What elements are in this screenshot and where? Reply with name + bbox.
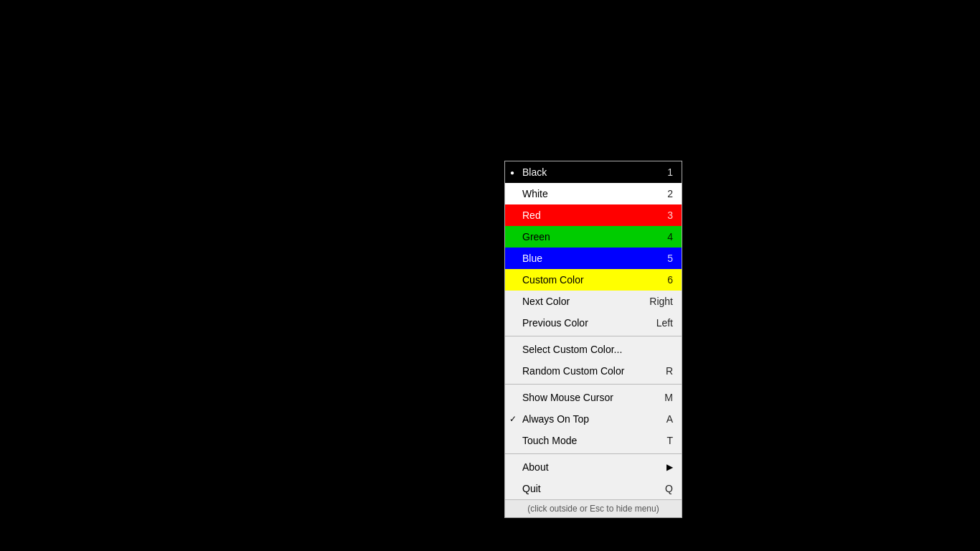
menu-item-label: Random Custom Color [522, 365, 660, 377]
menu-item-blue[interactable]: Blue 5 [505, 248, 682, 269]
menu-item-shortcut: T [666, 435, 673, 446]
menu-item-label: Touch Mode [522, 435, 661, 446]
menu-item-shortcut: 1 [667, 166, 673, 178]
menu-item-white[interactable]: White 2 [505, 183, 682, 204]
menu-item-shortcut: 5 [667, 253, 673, 264]
menu-item-shortcut: A [666, 413, 673, 425]
menu-item-label: Always On Top [522, 413, 661, 425]
footer-text: (click outside or Esc to hide menu) [527, 504, 659, 514]
menu-item-shortcut: 2 [667, 188, 673, 199]
check-icon: ✓ [509, 414, 517, 424]
menu-item-label: Next Color [522, 296, 644, 307]
menu-item-shortcut: R [666, 365, 673, 377]
menu-item-touch-mode[interactable]: Touch Mode T [505, 430, 682, 451]
menu-item-select-custom-color[interactable]: Select Custom Color... [505, 339, 682, 360]
submenu-arrow-icon: ▶ [666, 462, 673, 472]
menu-item-label: Custom Color [522, 274, 661, 286]
menu-item-custom-color[interactable]: Custom Color 6 [505, 269, 682, 291]
menu-item-label: Show Mouse Cursor [522, 392, 659, 403]
menu-item-shortcut: 3 [667, 209, 673, 221]
menu-item-shortcut: 4 [667, 231, 673, 242]
menu-item-green[interactable]: Green 4 [505, 226, 682, 248]
menu-item-black[interactable]: ● Black 1 [505, 161, 682, 183]
menu-item-random-custom-color[interactable]: Random Custom Color R [505, 360, 682, 382]
menu-item-previous-color[interactable]: Previous Color Left [505, 312, 682, 334]
menu-item-show-mouse-cursor[interactable]: Show Mouse Cursor M [505, 387, 682, 408]
menu-item-shortcut: Q [665, 483, 673, 494]
separator-3 [505, 453, 682, 454]
menu-item-label: About [522, 461, 661, 473]
menu-item-shortcut: Right [649, 296, 673, 307]
menu-footer-hint: (click outside or Esc to hide menu) [505, 499, 682, 517]
context-menu: ● Black 1 White 2 Red 3 Green 4 Blue 5 C… [504, 161, 682, 518]
menu-item-next-color[interactable]: Next Color Right [505, 291, 682, 312]
menu-item-label: Blue [522, 253, 661, 264]
menu-item-label: Previous Color [522, 317, 651, 329]
menu-item-always-on-top[interactable]: ✓ Always On Top A [505, 408, 682, 430]
menu-item-shortcut: Left [656, 317, 673, 329]
separator-2 [505, 384, 682, 385]
menu-item-shortcut: 6 [667, 274, 673, 286]
menu-item-label: White [522, 188, 661, 199]
menu-item-red[interactable]: Red 3 [505, 204, 682, 226]
menu-item-label: Green [522, 231, 661, 242]
menu-item-shortcut: M [664, 392, 673, 403]
menu-item-label: Select Custom Color... [522, 344, 667, 355]
menu-item-label: Quit [522, 483, 659, 494]
separator-1 [505, 336, 682, 336]
menu-item-label: Red [522, 209, 661, 221]
bullet-indicator: ● [510, 169, 514, 176]
menu-item-about[interactable]: About ▶ [505, 456, 682, 478]
menu-item-label: Black [522, 166, 661, 178]
menu-item-quit[interactable]: Quit Q [505, 478, 682, 499]
